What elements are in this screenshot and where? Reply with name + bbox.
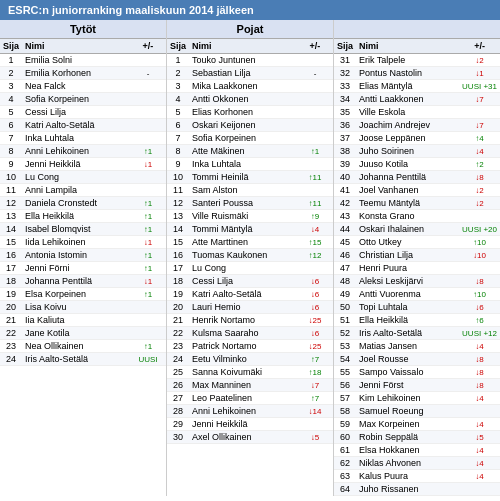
row-nimi: Pontus Nastolin <box>356 67 459 80</box>
row-delta: ↓14 <box>297 405 333 418</box>
table-row: 5Elias Korhonen <box>167 106 333 119</box>
row-sija: 46 <box>334 249 356 262</box>
row-nimi: Juho Rissanen <box>356 483 459 496</box>
row-sija: 16 <box>167 249 189 262</box>
row-nimi: Otto Utkey <box>356 236 459 249</box>
row-sija: 2 <box>167 67 189 80</box>
table-row: 10Lu Cong <box>0 171 166 184</box>
row-delta: ↓8 <box>459 353 500 366</box>
row-delta: ↓10 <box>459 249 500 262</box>
boys-col-sija: Sija <box>167 39 189 54</box>
row-delta <box>297 80 333 93</box>
table-row: 21Iia Kaliuta <box>0 314 166 327</box>
row-delta: ↓7 <box>459 119 500 132</box>
table-row: 39Juuso Kotila↑2 <box>334 158 500 171</box>
row-nimi: Emilia Korhonen <box>22 67 130 80</box>
row-delta: ↓4 <box>459 457 500 470</box>
row-delta: ↓6 <box>297 301 333 314</box>
row-nimi: Elsa Hokkanen <box>356 444 459 457</box>
row-sija: 8 <box>167 145 189 158</box>
row-delta: ↓6 <box>297 275 333 288</box>
row-nimi: Johanna Penttilä <box>22 275 130 288</box>
row-sija: 37 <box>334 132 356 145</box>
row-delta: UUSI +12 <box>459 327 500 340</box>
row-sija: 11 <box>0 184 22 197</box>
row-nimi: Nea Falck <box>22 80 130 93</box>
girls-col-nimi: Nimi <box>22 39 130 54</box>
table-row: 34Antti Laakkonen↓7 <box>334 93 500 106</box>
row-nimi: Sofia Korpeinen <box>189 132 297 145</box>
row-delta: ↓4 <box>459 418 500 431</box>
row-nimi: Sofia Korpeinen <box>22 93 130 106</box>
row-delta: ↓5 <box>297 431 333 444</box>
row-delta <box>130 132 166 145</box>
row-delta: ↑7 <box>297 353 333 366</box>
table-row: 6Oskari Keijonen <box>167 119 333 132</box>
row-delta: ↓6 <box>459 301 500 314</box>
table-row: 23Nea Ollikainen↑1 <box>0 340 166 353</box>
table-row: 28Anni Lehikoinen↓14 <box>167 405 333 418</box>
row-delta <box>130 327 166 340</box>
row-nimi: Henri Puura <box>356 262 459 275</box>
girls-col-sija: Sija <box>0 39 22 54</box>
row-sija: 9 <box>167 158 189 171</box>
row-delta: ↓2 <box>459 184 500 197</box>
table-row: 24Iris Aalto-SetäläUUSI <box>0 353 166 366</box>
row-sija: 61 <box>334 444 356 457</box>
row-delta <box>130 80 166 93</box>
row-nimi: Emilia Solni <box>22 54 130 67</box>
boys2-column: Sija Nimi +/- 31Erik Talpele↓232Pontus N… <box>334 20 500 496</box>
row-nimi: Jenni Heikkilä <box>189 418 297 431</box>
table-row: 12Santeri Poussa↑11 <box>167 197 333 210</box>
row-nimi: Leo Paatelinen <box>189 392 297 405</box>
row-delta <box>459 210 500 223</box>
table-row: 24Eetu Vilminko↑7 <box>167 353 333 366</box>
row-sija: 36 <box>334 119 356 132</box>
table-row: 48Aleksi Leskijärvi↓8 <box>334 275 500 288</box>
row-sija: 23 <box>167 340 189 353</box>
table-row: 51Ella Heikkilä↑6 <box>334 314 500 327</box>
table-row: 5Cessi Lilja <box>0 106 166 119</box>
table-row: 20Lisa Koivu <box>0 301 166 314</box>
row-delta: ↑1 <box>130 197 166 210</box>
row-nimi: Kim Lehikoinen <box>356 392 459 405</box>
row-sija: 5 <box>0 106 22 119</box>
row-nimi: Konsta Grano <box>356 210 459 223</box>
row-nimi: Antonia Istomin <box>22 249 130 262</box>
row-delta: ↓1 <box>130 275 166 288</box>
row-sija: 12 <box>0 197 22 210</box>
row-nimi: Lu Cong <box>22 171 130 184</box>
row-sija: 26 <box>167 379 189 392</box>
table-row: 14Tommi Mäntylä↓4 <box>167 223 333 236</box>
table-row: 3Nea Falck <box>0 80 166 93</box>
row-delta: ↓2 <box>459 197 500 210</box>
row-sija: 14 <box>0 223 22 236</box>
table-row: 36Joachim Andrejev↓7 <box>334 119 500 132</box>
table-row: 18Johanna Penttilä↓1 <box>0 275 166 288</box>
row-nimi: Jane Kotila <box>22 327 130 340</box>
row-delta: ↑4 <box>459 132 500 145</box>
row-nimi: Axel Ollikainen <box>189 431 297 444</box>
row-nimi: Anni Lampila <box>22 184 130 197</box>
row-nimi: Elsa Korpeinen <box>22 288 130 301</box>
table-row: 37Joose Leppänen↑4 <box>334 132 500 145</box>
row-delta <box>130 314 166 327</box>
row-delta: UUSI <box>130 353 166 366</box>
row-sija: 44 <box>334 223 356 236</box>
row-nimi: Niklas Ahvonen <box>356 457 459 470</box>
row-delta <box>459 262 500 275</box>
row-sija: 6 <box>0 119 22 132</box>
row-delta: ↓7 <box>297 379 333 392</box>
row-sija: 15 <box>167 236 189 249</box>
row-sija: 49 <box>334 288 356 301</box>
row-sija: 16 <box>0 249 22 262</box>
row-nimi: Katri Aalto-Setälä <box>22 119 130 132</box>
row-sija: 59 <box>334 418 356 431</box>
row-delta <box>130 119 166 132</box>
row-delta: ↑2 <box>459 158 500 171</box>
row-delta: ↓8 <box>459 171 500 184</box>
row-nimi: Sebastian Lilja <box>189 67 297 80</box>
row-delta <box>459 106 500 119</box>
row-nimi: Sam Alston <box>189 184 297 197</box>
row-nimi: Oskari Keijonen <box>189 119 297 132</box>
